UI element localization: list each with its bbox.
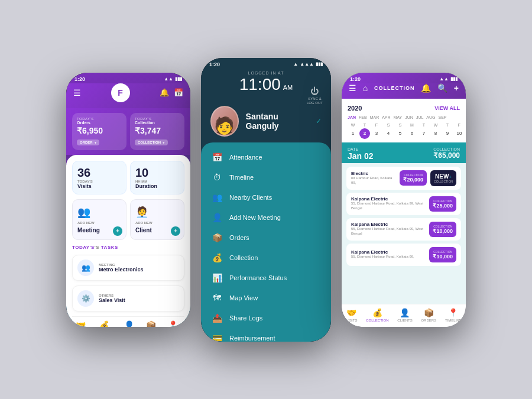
- date-value: Jan 02: [348, 151, 374, 161]
- task-item-meeting[interactable]: 👥 MEETING Metro Electronics: [72, 255, 184, 281]
- month-aug[interactable]: AUG: [426, 115, 435, 119]
- col-badge-amount-2: ₹25,000: [433, 203, 453, 209]
- order-button[interactable]: ORDER +: [77, 140, 99, 145]
- duration-card[interactable]: 10 HH MM Duration: [130, 161, 184, 194]
- bottom-nav-left: 🤝 VISITS 💰 COLLECTION 👤 CLIENTS 📦: [72, 316, 184, 327]
- collection-card[interactable]: TODAY'S Collection ₹3,747 COLLECTION +: [130, 113, 184, 150]
- collection-label: TODAY'S: [135, 117, 180, 121]
- day-5[interactable]: 5: [395, 128, 406, 139]
- attendance-label: Attendance: [229, 154, 262, 161]
- day-1[interactable]: 1: [348, 128, 358, 139]
- phone-right: 1:20 ▲▲ ▮▮▮ ☰ ⌂ COLLECTION 🔔 🔍 +: [342, 73, 466, 327]
- profile-section: 🧑 Santanu Ganguly ✓: [201, 100, 331, 142]
- day-3[interactable]: 3: [371, 128, 382, 139]
- home-icon[interactable]: ⌂: [363, 83, 368, 93]
- month-sep[interactable]: SEP: [439, 115, 447, 119]
- menu-add-meeting[interactable]: 👤 Add New Meeting: [201, 207, 331, 228]
- dow-w2: W: [430, 123, 441, 127]
- new-text: NEW+: [434, 173, 453, 180]
- bell-icon[interactable]: 🔔: [160, 88, 169, 97]
- logo: F: [111, 83, 130, 102]
- nav-visits[interactable]: 🤝 VISITS: [75, 320, 86, 327]
- month-may[interactable]: MAY: [394, 115, 403, 119]
- col-badge-1: COLLECTION ₹20,000: [400, 170, 427, 186]
- col-name-3: Kalpana Electric: [351, 222, 426, 227]
- status-bar-left: 1:20 ▲▲ ▮▮▮: [66, 73, 190, 83]
- cal-header: 2020 VIEW ALL: [348, 105, 460, 112]
- time-center: 1:20: [209, 61, 220, 67]
- visits-card[interactable]: 36 TODAY'S Visits: [72, 161, 126, 194]
- nav-timeline-label-r: TIMELINE: [445, 319, 462, 322]
- nav-clients-icon-r: 👤: [400, 308, 410, 317]
- hamburger-icon-r[interactable]: ☰: [349, 83, 356, 93]
- nav-orders[interactable]: 📦 ORDERS: [143, 320, 158, 327]
- duration-count: 10: [135, 166, 179, 180]
- status-bar-right: 1:20 ▲▲ ▮▮▮: [342, 73, 466, 83]
- nav-collection-r[interactable]: 💰 COLLECTION: [366, 308, 388, 322]
- add-icon[interactable]: +: [454, 83, 459, 93]
- client-card[interactable]: 🧑‍💼 ADD NEW Client +: [130, 199, 184, 240]
- dow-t2: T: [419, 123, 429, 127]
- menu-reimbursement[interactable]: 💳 Reimbursement: [201, 328, 331, 342]
- bell-icon-r[interactable]: 🔔: [421, 83, 431, 93]
- col-addr-2: 55, Diamond Harbour Road, Kolkata 99, We…: [351, 202, 426, 211]
- day-9[interactable]: 9: [442, 128, 453, 139]
- verified-icon: ✓: [316, 117, 322, 125]
- menu-collection[interactable]: 💰 Collection: [201, 248, 331, 268]
- col-item-4[interactable]: Kalpana Electric 55, Diamond Harbour Roa…: [346, 244, 461, 266]
- nav-timeline-r[interactable]: 📍 TIMELINE: [445, 308, 462, 322]
- col-info-2: Kalpana Electric 55, Diamond Harbour Roa…: [351, 196, 426, 211]
- menu-map[interactable]: 🗺 Map View: [201, 288, 331, 308]
- menu-performance[interactable]: 📊 Performance Status: [201, 268, 331, 288]
- nav-clients-r[interactable]: 👤 CLIENTS: [397, 308, 412, 322]
- col-item-2[interactable]: Kalpana Electric 55, Diamond Harbour Roa…: [346, 193, 461, 215]
- nav-timeline[interactable]: 📍 TIMELINE: [165, 320, 181, 327]
- orders-icon: 📦: [212, 233, 222, 242]
- month-feb[interactable]: FEB: [359, 115, 367, 119]
- orders-card[interactable]: TODAY'S Orders ₹6,950 ORDER +: [72, 113, 126, 150]
- month-jul[interactable]: JUL: [416, 115, 423, 119]
- menu-orders[interactable]: 📦 Orders: [201, 228, 331, 248]
- menu-nearby-clients[interactable]: 👥 Nearby Clients: [201, 187, 331, 207]
- month-jan[interactable]: JAN: [348, 115, 356, 119]
- col-item-3[interactable]: Kalpana Electric 55, Diamond Harbour Roa…: [346, 218, 461, 241]
- view-all-button[interactable]: VIEW ALL: [434, 105, 460, 111]
- nav-visits-r[interactable]: 🤝 VISITS: [346, 308, 357, 322]
- task-item-others[interactable]: ⚙️ OTHERS Sales Visit: [72, 286, 184, 312]
- hamburger-icon[interactable]: ☰: [73, 88, 81, 98]
- duration-title: Duration: [135, 183, 179, 189]
- day-6[interactable]: 6: [407, 128, 417, 139]
- meeting-add-icon[interactable]: +: [113, 226, 122, 236]
- nav-collection[interactable]: 💰 COLLECTION: [93, 320, 115, 327]
- day-4[interactable]: 4: [383, 128, 394, 139]
- menu-share-logs[interactable]: 📤 Share Logs: [201, 308, 331, 328]
- location-icon: ▲: [293, 61, 298, 67]
- menu-attendance[interactable]: 📅 Attendance: [201, 147, 331, 167]
- status-icons-left: ▲▲ ▮▮▮: [164, 76, 182, 82]
- menu-timeline[interactable]: ⏱ Timeline: [201, 167, 331, 187]
- day-10[interactable]: 10: [454, 128, 465, 139]
- dow-t: T: [359, 123, 370, 127]
- month-mar[interactable]: MAR: [370, 115, 379, 119]
- client-add-icon[interactable]: +: [171, 226, 180, 236]
- visits-count: 36: [77, 166, 121, 180]
- col-item-1[interactable]: Electric nd Harbour Road, Kolkata 99, CO…: [346, 167, 461, 190]
- day-2[interactable]: 2: [359, 128, 370, 139]
- nav-clients[interactable]: 👤 CLIENTS: [122, 320, 137, 327]
- sync-logout-button[interactable]: ⏻ SYNC &LOG OUT: [307, 86, 323, 106]
- nav-orders-r[interactable]: 📦 ORDERS: [421, 308, 436, 322]
- new-collection-badge[interactable]: NEW+ COLLECTION: [430, 170, 456, 186]
- date-label: DATE: [348, 147, 374, 151]
- collection-button[interactable]: COLLECTION +: [135, 140, 168, 145]
- header-icons: 🔔 📅: [160, 88, 183, 97]
- day-7[interactable]: 7: [419, 128, 429, 139]
- day-8[interactable]: 8: [430, 128, 441, 139]
- col-info-3: Kalpana Electric 55, Diamond Harbour Roa…: [351, 222, 426, 236]
- month-apr[interactable]: APR: [382, 115, 390, 119]
- search-icon[interactable]: 🔍: [437, 83, 447, 93]
- nav-visits-icon-r: 🤝: [346, 308, 356, 317]
- month-jun[interactable]: JUN: [405, 115, 413, 119]
- timeline-label: Timeline: [229, 174, 254, 181]
- calendar-icon[interactable]: 📅: [174, 88, 183, 97]
- meeting-card[interactable]: 👥 ADD NEW Meeting +: [72, 199, 126, 240]
